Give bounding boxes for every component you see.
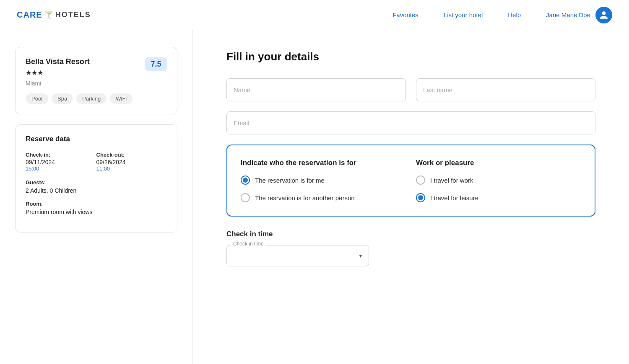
- logo-hotels: HOTELS: [55, 10, 91, 19]
- user-name: Jane Marie Doe: [546, 11, 590, 18]
- logo: CARE 🍸 HOTELS: [17, 10, 91, 20]
- amenity-pool: Pool: [26, 93, 48, 104]
- room-label: Room:: [26, 201, 167, 207]
- reserve-dates-grid: Check-in: 09/11/2024 15:00 Check-out: 09…: [26, 152, 167, 172]
- amenity-parking: Parking: [76, 93, 107, 104]
- user-avatar[interactable]: [595, 7, 612, 23]
- radio-label-leisure: I travel for leisure: [430, 194, 478, 201]
- amenity-spa: Spa: [52, 93, 73, 104]
- email-field: [226, 111, 595, 134]
- hotel-rating: 7.5: [145, 57, 167, 71]
- purpose-section: Work or pleasure I travel for work I tra…: [416, 159, 581, 202]
- room-row: Room: Premium room with views: [26, 201, 167, 215]
- room-value: Premium room with views: [26, 209, 167, 215]
- radio-reservation-me[interactable]: The reservation is for me: [241, 176, 406, 185]
- radio-label-work: I travel for work: [430, 177, 473, 184]
- checkin-date: 09/11/2024: [26, 159, 96, 165]
- lastname-field: [416, 78, 595, 101]
- checkin-label: Check-in:: [26, 152, 96, 158]
- name-row: [226, 78, 595, 101]
- radio-leisure[interactable]: I travel for leisure: [416, 193, 581, 202]
- check-in-float-label: Check in time: [231, 241, 265, 247]
- amenities-list: Pool Spa Parking WiFi: [26, 93, 167, 104]
- radio-reservation-other[interactable]: The resrvation is for another person: [241, 193, 406, 202]
- hotel-info: Bella Vista Resort ★★★ Miami: [26, 57, 90, 93]
- name-field: [226, 78, 406, 101]
- nav-favorites[interactable]: Favorites: [392, 11, 418, 18]
- logo-care: CARE: [17, 10, 42, 20]
- reserve-title: Reserve data: [26, 135, 167, 143]
- radio-circle-other: [241, 193, 250, 202]
- checkout-time: 11:00: [96, 165, 167, 172]
- hotel-stars: ★★★: [26, 69, 90, 77]
- checkin-block: Check-in: 09/11/2024 15:00: [26, 152, 96, 172]
- lastname-input[interactable]: [416, 78, 595, 101]
- nav-list-hotel[interactable]: List your hotel: [444, 11, 483, 18]
- check-in-select[interactable]: 14:00 15:00 16:00 17:00 18:00: [226, 245, 369, 266]
- check-in-label: Check in time: [226, 230, 595, 238]
- reservation-section: Indicate who the reservation is for The …: [241, 159, 406, 202]
- email-row: [226, 111, 595, 134]
- hotel-card-header: Bella Vista Resort ★★★ Miami 7.5: [26, 57, 167, 93]
- name-input[interactable]: [226, 78, 406, 101]
- header: CARE 🍸 HOTELS Favorites List your hotel …: [0, 0, 629, 30]
- nav-help[interactable]: Help: [508, 11, 521, 18]
- email-input[interactable]: [226, 111, 595, 134]
- radio-label-other: The resrvation is for another person: [255, 194, 355, 201]
- radio-circle-leisure: [416, 193, 425, 202]
- reserve-data-card: Reserve data Check-in: 09/11/2024 15:00 …: [15, 124, 177, 232]
- check-in-select-wrapper: Check in time 14:00 15:00 16:00 17:00 18…: [226, 245, 369, 266]
- radio-circle-me: [241, 176, 250, 185]
- checkout-date: 09/26/2024: [96, 159, 167, 165]
- hotel-name: Bella Vista Resort: [26, 57, 90, 66]
- guests-row: Guests: 2 Adults, 0 Children: [26, 179, 167, 194]
- sidebar: Bella Vista Resort ★★★ Miami 7.5 Pool Sp…: [0, 30, 193, 364]
- checkout-label: Check-out:: [96, 152, 167, 158]
- logo-icon: 🍸: [44, 10, 54, 20]
- radio-work[interactable]: I travel for work: [416, 176, 581, 185]
- main-content: Fill in your details Indicate who the re…: [193, 30, 629, 364]
- main-nav: Favorites List your hotel Help Jane Mari…: [392, 7, 612, 23]
- radio-label-me: The reservation is for me: [255, 177, 325, 184]
- user-section: Jane Marie Doe: [546, 7, 612, 23]
- main-layout: Bella Vista Resort ★★★ Miami 7.5 Pool Sp…: [0, 30, 629, 364]
- options-box: Indicate who the reservation is for The …: [226, 145, 595, 217]
- radio-circle-work: [416, 176, 425, 185]
- checkout-block: Check-out: 09/26/2024 11:00: [96, 152, 167, 172]
- guests-label: Guests:: [26, 179, 167, 186]
- page-title: Fill in your details: [226, 50, 595, 63]
- checkin-time: 15:00: [26, 165, 96, 172]
- amenity-wifi: WiFi: [110, 93, 133, 104]
- hotel-location: Miami: [26, 80, 90, 87]
- check-in-section: Check in time Check in time 14:00 15:00 …: [226, 230, 595, 266]
- hotel-card: Bella Vista Resort ★★★ Miami 7.5 Pool Sp…: [15, 47, 177, 114]
- purpose-section-title: Work or pleasure: [416, 159, 581, 167]
- reservation-section-title: Indicate who the reservation is for: [241, 159, 406, 167]
- guests-value: 2 Adults, 0 Children: [26, 187, 167, 194]
